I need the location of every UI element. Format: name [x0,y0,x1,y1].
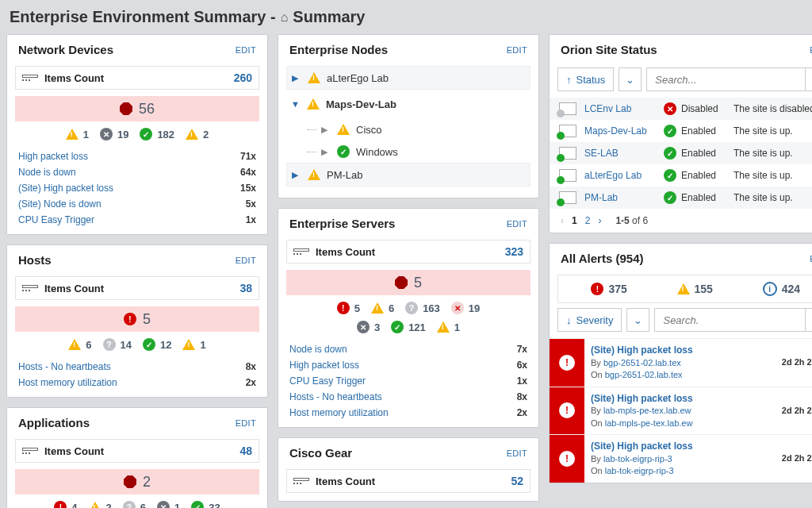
list-item[interactable]: (Site) Node is down5x [7,196,267,212]
alert-title[interactable]: (Site) High packet loss [591,440,777,453]
search-input[interactable] [654,308,805,332]
list-item[interactable]: High packet loss6x [278,357,538,373]
list-item-label[interactable]: Hosts - No heartbeats [18,361,111,372]
pager-page-1[interactable]: 1 [572,215,577,226]
list-item-label[interactable]: Node is down [289,344,347,355]
status-item[interactable]: 1 [66,128,89,140]
site-row[interactable]: LCEnv Lab ✕Disabled The site is disabled… [550,98,812,120]
alert-row[interactable]: ! (Site) High packet loss By bgp-2651-02… [550,338,812,387]
list-item-label[interactable]: Host memory utilization [289,407,389,418]
status-item[interactable]: 2 [186,128,209,140]
alert-info-count[interactable]: i424 [763,282,800,296]
list-item[interactable]: Host memory utilization2x [278,405,538,421]
list-item-label[interactable]: High packet loss [18,151,88,162]
status-item[interactable]: ✕19 [451,302,480,314]
search-button[interactable] [805,308,812,332]
list-item[interactable]: Node is down64x [7,164,267,180]
alert-title[interactable]: (Site) High packet loss [591,392,777,406]
edit-link[interactable]: EDIT [236,418,256,428]
sort-button[interactable]: Status [557,67,614,91]
list-item[interactable]: Hosts - No heartbeats8x [7,359,267,375]
items-count-value[interactable]: 323 [505,245,523,258]
sort-dropdown-button[interactable]: ⌄ [626,308,649,332]
expand-icon[interactable]: ▶ [321,125,331,135]
items-count-value[interactable]: 48 [239,444,252,457]
edit-link[interactable]: EDIT [507,45,527,55]
list-item-label[interactable]: CPU Easy Trigger [289,375,366,387]
list-item[interactable]: Host memory utilization2x [7,375,267,391]
edit-link[interactable]: EDIT [507,448,527,458]
site-name[interactable]: Maps-Dev-Lab [584,125,656,137]
list-item-label[interactable]: Node is down [18,167,76,178]
status-item[interactable]: 6 [68,338,91,351]
site-row[interactable]: Maps-Dev-Lab ✓Enabled The site is up. [550,120,812,142]
status-item[interactable]: 1 [182,338,205,351]
site-row[interactable]: SE-LAB ✓Enabled The site is up. [550,142,812,164]
status-item[interactable]: ✕3 [357,321,380,333]
tree-node[interactable]: ▶ aLterEgo Lab [286,66,530,90]
tree-child-node[interactable]: ▶ ✓ Windows [286,140,530,163]
expand-icon[interactable]: ▶ [292,170,301,180]
status-item[interactable]: 6 [371,302,394,314]
pager-prev[interactable]: ‹ [561,215,564,226]
list-item[interactable]: (Site) High packet loss15x [7,180,267,196]
status-item[interactable]: ?6 [123,501,146,508]
site-row[interactable]: PM-Lab ✓Enabled The site is up. [550,187,812,209]
status-item[interactable]: ✓33 [191,501,220,508]
search-input[interactable] [646,67,805,91]
status-item[interactable]: ✕1 [157,501,180,508]
list-item-label[interactable]: CPU Easy Trigger [18,214,94,225]
status-item[interactable]: ?14 [103,338,132,351]
list-item[interactable]: CPU Easy Trigger1x [7,212,267,228]
sort-dropdown-button[interactable]: ⌄ [619,67,642,91]
alert-row[interactable]: ! (Site) High packet loss By lab-mpls-pe… [550,387,812,435]
site-name[interactable]: LCEnv Lab [584,103,656,114]
status-item[interactable]: 2 [89,501,112,508]
list-item-count: 7x [517,344,527,355]
tree-node[interactable]: ▶ PM-Lab [286,163,530,187]
search-button[interactable] [805,67,812,91]
list-item-label[interactable]: Host memory utilization [18,377,117,388]
status-item[interactable]: !4 [54,501,77,508]
list-item-label[interactable]: (Site) Node is down [18,198,102,210]
status-item[interactable]: !5 [337,302,360,314]
expand-icon[interactable]: ▶ [292,73,301,83]
site-thumbnail-icon [559,147,576,160]
warning-icon [89,501,102,508]
edit-link[interactable]: EDIT [507,219,527,229]
sort-button[interactable]: Severity [557,308,622,332]
tree-child-node[interactable]: ▶ Cisco [286,118,530,140]
status-item[interactable]: ?163 [405,302,440,314]
items-count-value[interactable]: 38 [239,282,252,294]
site-name[interactable]: SE-LAB [584,148,656,159]
tree-node[interactable]: ▼ Maps-Dev-Lab [286,93,530,115]
status-item[interactable]: ✓12 [143,338,171,351]
pager-page-2[interactable]: 2 [585,215,591,226]
items-count-value[interactable]: 52 [511,475,523,487]
edit-link[interactable]: EDIT [236,45,256,55]
site-row[interactable]: aLterEgo Lab ✓Enabled The site is up. [550,164,812,187]
list-item-label[interactable]: (Site) High packet loss [18,183,113,194]
list-item[interactable]: Hosts - No heartbeats8x [278,389,538,405]
alert-warning-count[interactable]: 155 [677,282,713,296]
items-count-value[interactable]: 260 [234,71,252,84]
status-item[interactable]: ✓182 [140,128,174,140]
alert-critical-count[interactable]: !375 [591,282,626,296]
status-item[interactable]: 1 [437,321,460,333]
list-item[interactable]: CPU Easy Trigger1x [278,373,538,389]
list-item-label[interactable]: Hosts - No heartbeats [289,391,382,402]
expand-icon[interactable]: ▶ [321,147,331,157]
site-name[interactable]: aLterEgo Lab [584,170,656,181]
site-name[interactable]: PM-Lab [584,192,656,203]
edit-link[interactable]: EDIT [236,256,256,265]
collapse-icon[interactable]: ▼ [291,99,301,109]
pager-next[interactable]: › [598,215,601,226]
ok-icon: ✓ [664,191,676,204]
alert-title[interactable]: (Site) High packet loss [591,344,777,357]
status-item[interactable]: ✕19 [100,128,128,140]
alert-row[interactable]: ! (Site) High packet loss By lab-tok-eig… [550,434,812,483]
list-item-label[interactable]: High packet loss [289,360,359,371]
status-item[interactable]: ✓121 [391,321,426,333]
list-item[interactable]: Node is down7x [278,341,538,357]
list-item[interactable]: High packet loss71x [7,148,267,164]
